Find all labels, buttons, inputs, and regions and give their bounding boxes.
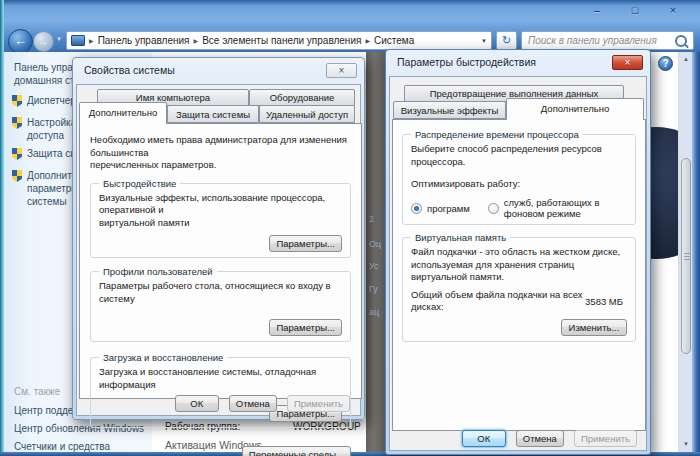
optimize-label: Оптимизировать работу: bbox=[411, 178, 627, 189]
profiles-settings-button[interactable]: Параметры... bbox=[269, 319, 342, 336]
explorer-window: – □ × ← → ▼ ▶ Панель управления ▶ Все эл… bbox=[0, 0, 700, 456]
refresh-icon: ↻ bbox=[502, 34, 511, 46]
apply-button[interactable]: Применить bbox=[287, 395, 350, 412]
tab-hardware[interactable]: Оборудование bbox=[249, 89, 355, 106]
ok-button[interactable]: ОК bbox=[462, 430, 506, 447]
covered-text-fragment: Ус bbox=[369, 261, 379, 271]
tab-visual-effects[interactable]: Визуальные эффекты bbox=[393, 101, 506, 119]
tab-system-protection[interactable]: Защита системы bbox=[167, 105, 259, 123]
apply-button[interactable]: Применить bbox=[574, 430, 637, 447]
help-button[interactable]: ? bbox=[658, 56, 673, 71]
group-description: Визуальные эффекты, использование процес… bbox=[99, 192, 342, 230]
cpu-radio-row: программ служб, работающих в фоновом реж… bbox=[411, 197, 627, 219]
paging-file-total-row: Общий объем файла подкачки на всех диска… bbox=[411, 289, 627, 314]
tab-remote[interactable]: Удаленный доступ bbox=[259, 105, 355, 123]
group-title: Быстродействие bbox=[99, 178, 180, 189]
search-icon bbox=[675, 35, 687, 47]
paging-file-total-value: 3583 МБ bbox=[585, 296, 627, 307]
breadcrumb-all-items[interactable]: Все элементы панели управления bbox=[202, 35, 361, 46]
dialog-client-area: Предотвращение выполнения данных Визуаль… bbox=[389, 76, 647, 451]
performance-options-dialog: Параметры быстродействия × Предотвращени… bbox=[385, 49, 651, 455]
cancel-button[interactable]: Отмена bbox=[229, 395, 277, 412]
breadcrumb-separator-icon: ▶ bbox=[365, 37, 370, 44]
group-description: Загрузка и восстановление системы, отлад… bbox=[99, 366, 342, 391]
user-profiles-group: Профили пользователей Параметры рабочего… bbox=[90, 271, 351, 342]
dialog-titlebar: Параметры быстродействия × bbox=[386, 50, 650, 76]
address-dropdown-icon[interactable]: ▼ bbox=[481, 38, 487, 44]
caption-buttons: – □ × bbox=[586, 3, 684, 18]
dialog-title: Свойства системы bbox=[84, 64, 175, 76]
dialog-shadow-gap: 2 Оц Ус Гу ац bbox=[366, 52, 386, 452]
system-properties-dialog: Свойства системы × Имя компьютера Оборуд… bbox=[72, 57, 365, 420]
help-icon: ? bbox=[662, 58, 668, 69]
close-icon: × bbox=[625, 57, 631, 68]
group-title: Распределение времени процессора bbox=[411, 129, 583, 140]
change-button[interactable]: Изменить... bbox=[561, 319, 627, 336]
maximize-icon: □ bbox=[632, 4, 639, 16]
scrollbar-thumb[interactable] bbox=[681, 158, 691, 354]
cpu-scheduling-group: Распределение времени процессора Выберит… bbox=[402, 134, 636, 225]
close-icon: × bbox=[670, 4, 676, 16]
close-button[interactable]: × bbox=[662, 3, 684, 18]
recent-pages-dropdown[interactable]: ▼ bbox=[56, 36, 62, 42]
dialog-client-area: Имя компьютера Оборудование Дополнительн… bbox=[76, 84, 361, 416]
uac-shield-icon bbox=[12, 170, 22, 182]
close-icon: × bbox=[339, 65, 345, 76]
tab-advanced[interactable]: Дополнительно bbox=[506, 98, 644, 120]
performance-settings-button[interactable]: Параметры... bbox=[269, 235, 342, 252]
scroll-down-icon[interactable]: ▼ bbox=[679, 438, 693, 451]
minimize-button[interactable]: – bbox=[586, 3, 608, 18]
scroll-up-icon[interactable]: ▲ bbox=[679, 53, 693, 66]
forward-icon: → bbox=[38, 35, 49, 47]
forward-button[interactable]: → bbox=[33, 31, 54, 52]
tab-advanced[interactable]: Дополнительно bbox=[79, 102, 167, 124]
dialog-close-button[interactable]: × bbox=[612, 55, 643, 70]
refresh-button[interactable]: ↻ bbox=[496, 31, 517, 50]
dialog-title: Параметры быстродействия bbox=[397, 56, 536, 68]
search-box bbox=[521, 31, 694, 50]
cancel-button[interactable]: Отмена bbox=[516, 430, 564, 447]
uac-shield-icon bbox=[12, 117, 22, 129]
breadcrumb-system[interactable]: Система bbox=[374, 35, 414, 46]
back-button[interactable]: ← bbox=[8, 29, 33, 54]
advanced-tab-page: Необходимо иметь права администратора дл… bbox=[79, 123, 362, 399]
search-input[interactable] bbox=[528, 35, 671, 46]
minimize-icon: – bbox=[594, 4, 600, 16]
ok-button[interactable]: ОК bbox=[175, 395, 219, 412]
startup-recovery-group: Загрузка и восстановление Загрузка и вос… bbox=[90, 357, 351, 428]
address-bar[interactable]: ▶ Панель управления ▶ Все элементы панел… bbox=[66, 31, 492, 50]
breadcrumb-separator-icon: ▶ bbox=[194, 37, 199, 44]
dialog-titlebar: Свойства системы × bbox=[73, 58, 364, 84]
dialog-footer: ОК Отмена Применить bbox=[462, 430, 637, 447]
uac-shield-icon bbox=[12, 148, 22, 160]
window-frame-right bbox=[692, 52, 700, 456]
covered-text-fragment: Оц bbox=[369, 239, 381, 249]
covered-text-fragment: ац bbox=[369, 307, 379, 317]
group-description: Файл подкачки - это область на жестком д… bbox=[411, 246, 627, 284]
covered-text-fragment: 2 bbox=[369, 214, 374, 224]
dialog-close-button[interactable]: × bbox=[326, 63, 357, 78]
group-description: Параметры рабочего стола, относящиеся ко… bbox=[99, 280, 342, 305]
group-title: Профили пользователей bbox=[99, 266, 217, 277]
admin-note: Необходимо иметь права администратора дл… bbox=[90, 134, 351, 172]
maximize-button[interactable]: □ bbox=[624, 3, 646, 18]
uac-shield-icon bbox=[12, 95, 22, 107]
breadcrumb-separator-icon: ▶ bbox=[89, 37, 94, 44]
dialog-footer: ОК Отмена Применить bbox=[175, 395, 350, 412]
vertical-scrollbar[interactable]: ▲ ▼ bbox=[678, 52, 692, 452]
group-title: Загрузка и восстановление bbox=[99, 352, 227, 363]
performance-group: Быстродействие Визуальные эффекты, испол… bbox=[90, 183, 351, 259]
radio-background-services[interactable] bbox=[488, 203, 499, 214]
group-title: Виртуальная память bbox=[411, 232, 510, 243]
virtual-memory-group: Виртуальная память Файл подкачки - это о… bbox=[402, 237, 636, 342]
computer-icon bbox=[71, 35, 85, 46]
breadcrumb-control-panel[interactable]: Панель управления bbox=[98, 35, 190, 46]
environment-variables-button[interactable]: Переменные среды... bbox=[242, 446, 351, 456]
radio-programs-label: программ bbox=[427, 203, 470, 214]
advanced-tab-page: Распределение времени процессора Выберит… bbox=[392, 119, 646, 431]
radio-services-label: служб, работающих в фоновом режиме bbox=[504, 197, 627, 219]
paging-file-total-label: Общий объем файла подкачки на всех диска… bbox=[411, 289, 583, 314]
radio-programs[interactable] bbox=[411, 203, 422, 214]
scrollbar-grip bbox=[684, 253, 690, 261]
group-description: Выберите способ распределения ресурсов п… bbox=[411, 143, 627, 168]
